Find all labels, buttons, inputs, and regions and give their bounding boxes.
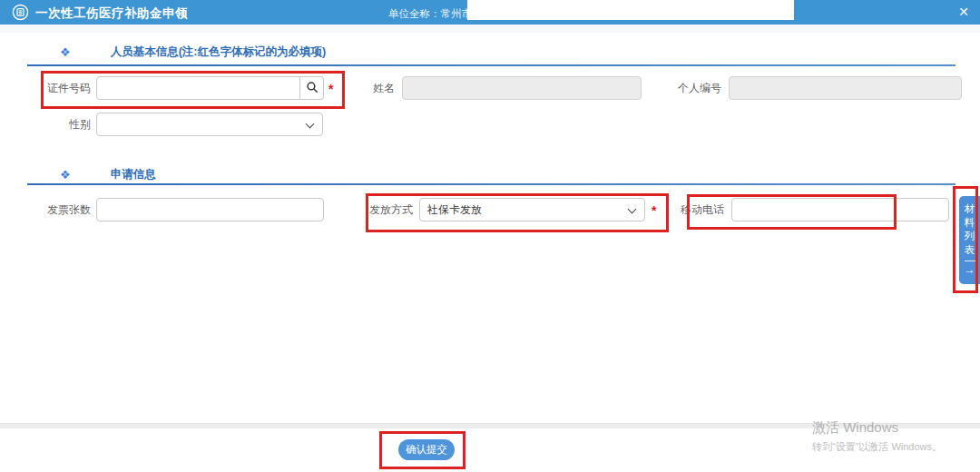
section-diamond-icon: ❖ xyxy=(60,168,71,182)
section-basic-title: 人员基本信息(注:红色字体标记的为必填项) xyxy=(111,44,327,60)
personal-no-input xyxy=(729,76,962,100)
form-document-icon xyxy=(12,4,29,21)
payment-method-label: 发放方式 xyxy=(368,198,413,221)
search-icon xyxy=(306,81,318,96)
payment-method-select[interactable]: 社保卡发放 xyxy=(419,198,645,221)
tab-divider xyxy=(965,261,975,261)
confirm-submit-button[interactable]: 确认提交 xyxy=(398,439,455,460)
cert-no-group xyxy=(96,76,324,100)
watermark-line1: 激活 Windows xyxy=(812,419,942,437)
invoice-count-label: 发票张数 xyxy=(36,198,91,221)
section-application-divider xyxy=(27,183,956,185)
redaction-overlay xyxy=(467,0,794,20)
payment-method-select-value: 社保卡发放 xyxy=(427,202,482,218)
cert-no-search-button[interactable] xyxy=(300,76,324,100)
gender-select xyxy=(96,113,323,136)
header-gap-strip xyxy=(0,25,980,33)
materials-list-tab-label: 材料列表 xyxy=(964,202,976,257)
cert-no-label: 证件号码 xyxy=(36,76,91,100)
chevron-down-icon xyxy=(628,205,637,214)
materials-list-tab[interactable]: 材料列表 → xyxy=(959,196,980,284)
gender-label: 性别 xyxy=(36,113,91,136)
unit-fullname-label: 单位全称： xyxy=(388,8,441,19)
arrow-right-icon: → xyxy=(965,263,975,276)
name-label: 姓名 xyxy=(358,76,395,100)
section-basic-divider xyxy=(27,64,956,66)
mobile-label: 移动电话 xyxy=(681,198,724,221)
window-titlebar: 一次性工伤医疗补助金申领 单位全称：常州市钟楼区 ✕ xyxy=(0,0,980,25)
section-diamond-icon: ❖ xyxy=(60,45,71,59)
invoice-count-input[interactable] xyxy=(96,198,324,221)
windows-activation-watermark: 激活 Windows 转到“设置”以激活 Windows。 xyxy=(812,419,942,454)
cert-no-required-star: * xyxy=(328,82,333,96)
payment-method-required-star: * xyxy=(652,203,656,218)
section-application-title: 申请信息 xyxy=(111,167,156,182)
close-icon[interactable]: ✕ xyxy=(958,4,969,21)
watermark-line2: 转到“设置”以激活 Windows。 xyxy=(812,440,942,454)
section-application-header: ❖ 申请信息 xyxy=(60,167,156,182)
mobile-input[interactable] xyxy=(731,198,949,221)
chevron-down-icon xyxy=(306,120,315,129)
page-title: 一次性工伤医疗补助金申领 xyxy=(35,5,188,22)
cert-no-input[interactable] xyxy=(96,76,300,100)
personal-no-label: 个人编号 xyxy=(667,76,721,100)
name-input xyxy=(402,76,642,100)
section-basic-header: ❖ 人员基本信息(注:红色字体标记的为必填项) xyxy=(60,44,326,60)
